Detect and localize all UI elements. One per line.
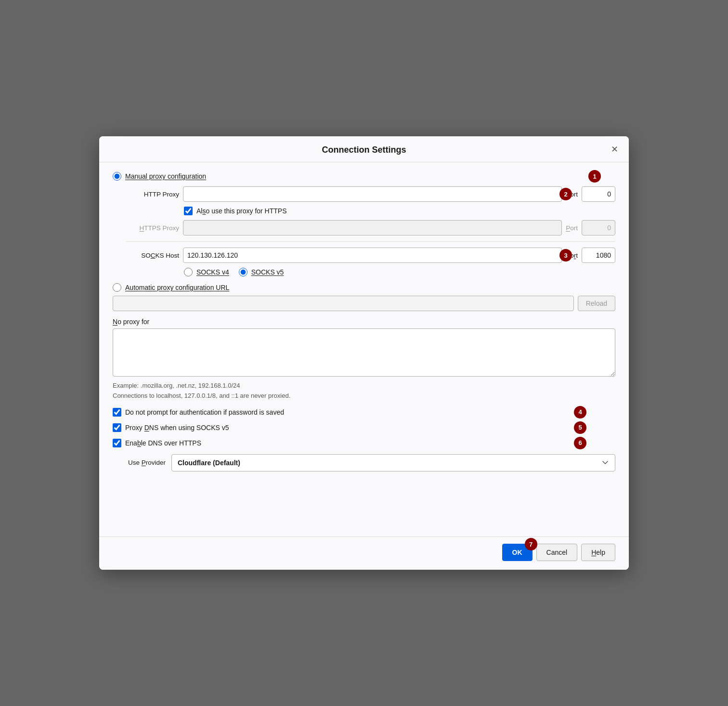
http-proxy-section: HTTP Proxy Port 0 2 Also use this proxy … <box>126 186 615 276</box>
badge-5: 5 <box>574 421 586 434</box>
socks-v5-label[interactable]: SOCKS v5 <box>239 268 284 276</box>
help-button[interactable]: Help <box>581 544 615 561</box>
socks-host-row: SOCKS Host 120.130.126.120 Port 1080 3 <box>126 248 615 263</box>
badge-4: 4 <box>574 406 586 418</box>
no-proxy-textarea[interactable] <box>113 328 615 377</box>
http-port-input[interactable]: 0 <box>582 186 615 202</box>
do-not-prompt-label[interactable]: Do not prompt for authentication if pass… <box>125 408 284 416</box>
titlebar: Connection Settings ✕ <box>99 136 629 162</box>
example-line2: Connections to localhost, 127.0.0.1/8, a… <box>113 391 615 401</box>
badge-2: 2 <box>559 188 572 200</box>
auto-url-row: Reload <box>113 296 615 311</box>
enable-dns-checkbox[interactable] <box>113 439 121 447</box>
socks-port-input[interactable]: 1080 <box>582 248 615 263</box>
badge-6: 6 <box>574 437 586 449</box>
socks-v5-radio[interactable] <box>239 268 247 276</box>
dialog-title: Connection Settings <box>322 145 406 155</box>
manual-proxy-label[interactable]: Manual proxy configuration <box>125 172 206 180</box>
http-proxy-label: HTTP Proxy <box>126 191 179 198</box>
auto-proxy-label[interactable]: Automatic proxy configuration URL <box>125 284 229 291</box>
https-port-input[interactable]: 0 <box>582 220 615 235</box>
http-proxy-row: HTTP Proxy Port 0 2 <box>126 186 615 202</box>
https-proxy-input[interactable] <box>183 220 562 235</box>
connection-settings-dialog: Connection Settings ✕ Manual proxy confi… <box>99 136 629 570</box>
provider-select[interactable]: Cloudflare (Default) <box>171 454 615 471</box>
badge-7: 7 <box>525 538 537 550</box>
badge-1: 1 <box>588 170 601 183</box>
badge-3: 3 <box>559 249 572 261</box>
cancel-button[interactable]: Cancel <box>536 544 578 561</box>
https-port-label: Port <box>566 224 578 232</box>
close-button[interactable]: ✕ <box>608 143 621 156</box>
example-text: Example: .mozilla.org, .net.nz, 192.168.… <box>113 381 615 401</box>
auto-proxy-radio[interactable] <box>113 283 121 292</box>
do-not-prompt-row: Do not prompt for authentication if pass… <box>113 408 615 417</box>
provider-row: Use Provider Cloudflare (Default) <box>113 454 615 471</box>
also-use-https-label[interactable]: Also use this proxy for HTTPS <box>196 207 287 215</box>
do-not-prompt-checkbox[interactable] <box>113 408 121 417</box>
https-proxy-label: HTTPS Proxy <box>126 224 179 232</box>
proxy-dns-label[interactable]: Proxy DNS when using SOCKS v5 <box>125 424 229 431</box>
socks-v4-radio[interactable] <box>184 268 193 276</box>
https-proxy-row: HTTPS Proxy Port 0 <box>126 220 615 235</box>
no-proxy-label: No proxy for <box>113 318 615 326</box>
enable-dns-row: Enable DNS over HTTPS 6 <box>113 439 615 447</box>
auto-config-input[interactable] <box>113 296 574 311</box>
socks-version-row: SOCKS v4 SOCKS v5 <box>184 268 615 276</box>
also-use-https-checkbox[interactable] <box>184 207 193 215</box>
socks-v4-label[interactable]: SOCKS v4 <box>184 268 229 276</box>
also-use-https-row: Also use this proxy for HTTPS <box>184 207 615 215</box>
socks-host-input[interactable]: 120.130.126.120 <box>183 248 562 263</box>
socks-host-label: SOCKS Host <box>126 252 179 259</box>
proxy-dns-row: Proxy DNS when using SOCKS v5 5 <box>113 423 615 432</box>
example-line1: Example: .mozilla.org, .net.nz, 192.168.… <box>113 381 615 391</box>
reload-button[interactable]: Reload <box>578 296 615 311</box>
provider-label: Use Provider <box>113 459 166 466</box>
enable-dns-label[interactable]: Enable DNS over HTTPS <box>125 439 201 447</box>
manual-proxy-radio[interactable] <box>113 172 121 181</box>
http-proxy-input[interactable] <box>183 186 562 202</box>
proxy-dns-checkbox[interactable] <box>113 423 121 432</box>
dialog-footer: OK 7 Cancel Help <box>99 536 629 570</box>
dialog-body: Manual proxy configuration 1 HTTP Proxy … <box>99 162 629 536</box>
